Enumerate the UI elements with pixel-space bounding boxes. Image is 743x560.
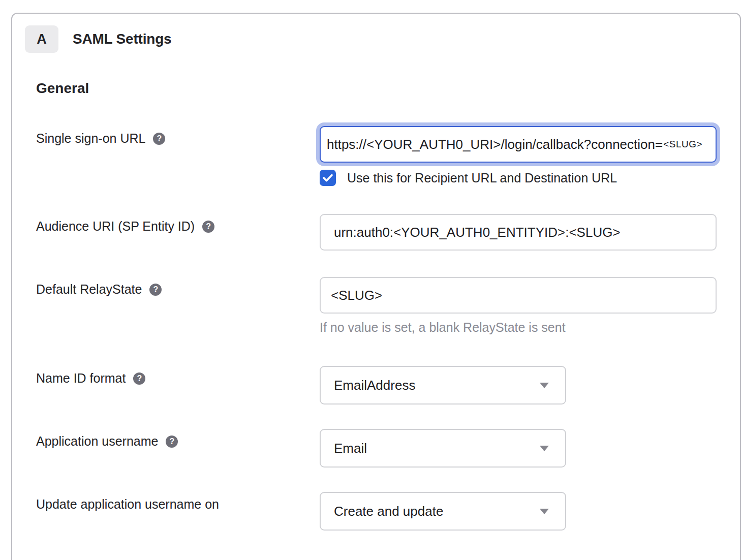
field-row-audience-uri: Audience URI (SP Entity ID) ? [25, 214, 740, 251]
application-username-label: Application username [36, 434, 158, 449]
section-heading-general: General [36, 80, 740, 97]
page-title: SAML Settings [73, 31, 171, 47]
chevron-down-icon [540, 509, 549, 514]
panel-header: A SAML Settings [25, 25, 740, 53]
default-relaystate-input[interactable] [320, 277, 717, 314]
default-relaystate-label-cell: Default RelayState ? [36, 277, 320, 297]
sso-url-value-slug: <SLUG> [663, 139, 702, 150]
application-username-selected-value: Email [334, 441, 367, 456]
audience-uri-label: Audience URI (SP Entity ID) [36, 219, 195, 234]
name-id-format-label: Name ID format [36, 371, 126, 386]
audience-uri-input[interactable] [320, 214, 717, 251]
chevron-down-icon [540, 446, 549, 451]
default-relaystate-helper-text: If no value is set, a blank RelayState i… [320, 320, 717, 335]
update-application-username-on-label: Update application username on [36, 497, 219, 512]
question-mark-icon[interactable]: ? [133, 372, 145, 385]
field-row-sso-url: Single sign-on URL ? https://<YOUR_AUTH0… [25, 126, 740, 163]
name-id-format-label-cell: Name ID format ? [36, 366, 320, 386]
checkmark-icon [323, 174, 333, 182]
default-relaystate-label: Default RelayState [36, 282, 142, 297]
sso-url-label: Single sign-on URL [36, 131, 145, 146]
field-row-name-id-format: Name ID format ? EmailAddress [25, 366, 740, 405]
recipient-url-checkbox-label[interactable]: Use this for Recipient URL and Destinati… [347, 169, 617, 185]
update-application-username-on-label-cell: Update application username on [36, 492, 320, 512]
field-row-update-application-username-on: Update application username on Create an… [25, 492, 740, 531]
sso-url-input[interactable]: https://<YOUR_AUTH0_URI>/login/callback?… [320, 126, 717, 163]
question-mark-icon[interactable]: ? [153, 133, 165, 145]
chevron-down-icon [540, 383, 549, 388]
field-row-application-username: Application username ? Email [25, 429, 740, 468]
field-row-default-relaystate: Default RelayState ? If no value is set,… [25, 277, 740, 335]
audience-uri-label-cell: Audience URI (SP Entity ID) ? [36, 214, 320, 234]
sso-url-label-cell: Single sign-on URL ? [36, 126, 320, 146]
recipient-url-checkbox-row: Use this for Recipient URL and Destinati… [25, 169, 740, 186]
name-id-format-selected-value: EmailAddress [334, 378, 415, 393]
question-mark-icon[interactable]: ? [149, 284, 162, 296]
step-badge: A [25, 25, 58, 53]
question-mark-icon[interactable]: ? [166, 435, 178, 448]
question-mark-icon[interactable]: ? [202, 221, 214, 233]
recipient-url-checkbox[interactable] [320, 170, 336, 186]
saml-settings-panel: A SAML Settings General Single sign-on U… [11, 13, 741, 560]
sso-url-value: https://<YOUR_AUTH0_URI>/login/callback?… [327, 137, 663, 152]
name-id-format-select[interactable]: EmailAddress [320, 366, 566, 405]
application-username-label-cell: Application username ? [36, 429, 320, 449]
application-username-select[interactable]: Email [320, 429, 566, 468]
update-application-username-on-select[interactable]: Create and update [320, 492, 566, 531]
update-application-username-on-selected-value: Create and update [334, 504, 443, 519]
